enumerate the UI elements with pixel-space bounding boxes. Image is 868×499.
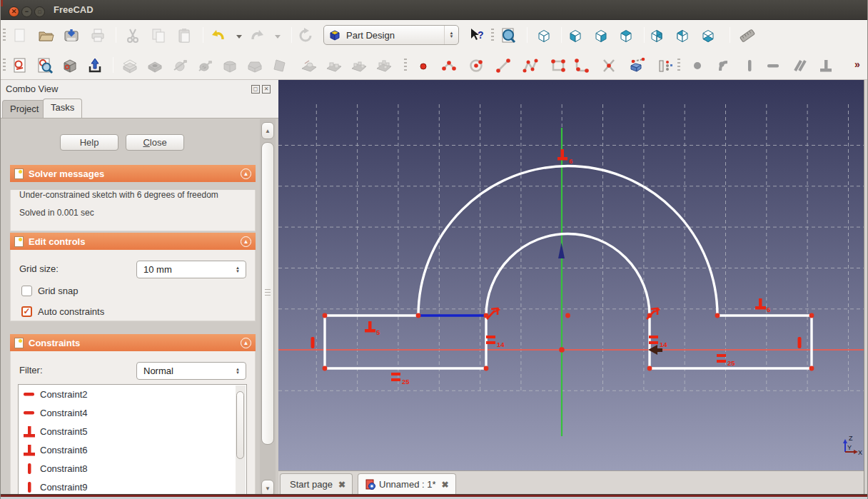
tab-close-icon[interactable]: ✖ <box>338 480 345 490</box>
window-close-button[interactable]: ✕ <box>9 6 19 17</box>
redo-dropdown-icon[interactable] <box>268 26 288 46</box>
tab-document[interactable]: Unnamed : 1* ✖ <box>358 473 456 495</box>
multitransform-icon[interactable] <box>374 56 394 76</box>
refresh-icon[interactable] <box>296 26 316 46</box>
constraints-header[interactable]: Constraints ▲ <box>10 334 256 351</box>
list-scrollbar[interactable] <box>236 385 246 499</box>
solver-messages-header[interactable]: Solver messages ▲ <box>10 165 256 182</box>
new-sketch-icon[interactable] <box>10 56 30 76</box>
scroll-up-icon[interactable]: ▲ <box>261 122 274 139</box>
edit-sketch-icon[interactable] <box>35 56 55 76</box>
constrain-horizontal-icon[interactable] <box>763 56 783 76</box>
list-item[interactable]: Constraint5 <box>19 422 246 440</box>
measure-icon[interactable] <box>737 26 757 46</box>
view-front-icon[interactable] <box>565 26 585 46</box>
scrollbar-handle[interactable] <box>261 142 274 445</box>
print-icon[interactable] <box>88 26 108 46</box>
panel-scrollbar[interactable]: ▲ ▼ <box>260 119 276 499</box>
filter-spin-arrows[interactable]: ▲▼ <box>230 368 246 375</box>
tab-project[interactable]: Project <box>2 100 46 118</box>
whats-this-icon[interactable]: ? <box>467 26 487 46</box>
draft-icon[interactable] <box>270 56 290 76</box>
view-left-icon[interactable] <box>672 26 692 46</box>
panel-close-icon[interactable]: ✕ <box>262 85 271 94</box>
sketch-rectangle-icon[interactable] <box>548 56 568 76</box>
collapse-icon[interactable]: ▲ <box>241 236 251 247</box>
constrain-parallel-icon[interactable] <box>789 56 809 76</box>
undo-icon[interactable] <box>208 26 228 46</box>
sketch-fillet-icon[interactable] <box>572 56 592 76</box>
toolbar-grip[interactable] <box>3 59 6 71</box>
combo-view-panel: Combo View ◻ ✕ Project Tasks Help Close … <box>0 80 278 499</box>
sketch-line-icon[interactable] <box>493 56 513 76</box>
grid-snap-checkbox[interactable] <box>21 286 32 296</box>
panel-float-icon[interactable]: ◻ <box>251 85 260 94</box>
tab-close-icon[interactable]: ✖ <box>442 480 449 490</box>
pad-icon[interactable] <box>120 56 140 76</box>
help-button[interactable]: Help <box>60 134 118 151</box>
sketch-arc-icon[interactable] <box>439 56 459 76</box>
view-right-icon[interactable] <box>591 26 611 46</box>
zoom-fit-icon[interactable] <box>499 26 519 46</box>
sketch-viewport[interactable]: 6 5 6 14 25 14 25 Z Y X <box>278 80 864 470</box>
collapse-icon[interactable]: ▲ <box>241 338 251 348</box>
chamfer-icon[interactable] <box>245 56 265 76</box>
open-file-icon[interactable] <box>36 26 56 46</box>
fillet-icon[interactable] <box>220 56 240 76</box>
auto-constraints-checkbox[interactable]: ✓ <box>21 306 32 317</box>
grid-size-value: 10 mm <box>143 264 230 275</box>
copy-icon[interactable] <box>148 26 168 46</box>
list-item[interactable]: Constraint2 <box>19 385 246 403</box>
sketch-polyline-icon[interactable] <box>520 56 540 76</box>
sketch-points[interactable] <box>323 313 814 371</box>
constrain-point-on-object-icon[interactable] <box>715 56 735 76</box>
groove-icon[interactable] <box>195 56 215 76</box>
toolbar-grip[interactable] <box>3 29 6 41</box>
tab-start-page[interactable]: Start page ✖ <box>280 473 353 495</box>
tab-tasks[interactable]: Tasks <box>43 99 82 118</box>
window-maximize-button[interactable]: □ <box>34 6 45 17</box>
external-geometry-icon[interactable] <box>627 56 647 76</box>
constrain-coincident-icon[interactable] <box>687 56 707 76</box>
linear-pattern-icon[interactable] <box>324 56 344 76</box>
leave-sketch-icon[interactable] <box>85 56 105 76</box>
edit-controls-header[interactable]: Edit controls ▲ <box>10 233 256 250</box>
redo-icon[interactable] <box>247 26 267 46</box>
view-top-icon[interactable] <box>616 26 636 46</box>
list-item[interactable]: Constraint4 <box>19 403 246 422</box>
save-icon[interactable] <box>61 26 81 46</box>
sketch-geometry[interactable] <box>325 166 812 368</box>
cut-icon[interactable] <box>123 26 143 46</box>
list-item[interactable]: Constraint6 <box>19 440 246 459</box>
constrain-vertical-icon[interactable] <box>740 56 760 76</box>
carbon-copy-icon[interactable] <box>655 56 675 76</box>
filter-label: Filter: <box>19 365 43 375</box>
polar-pattern-icon[interactable] <box>349 56 369 76</box>
window-minimize-button[interactable]: − <box>21 6 32 17</box>
view-bottom-icon[interactable] <box>698 26 718 46</box>
constrain-perpendicular-icon[interactable] <box>816 56 836 76</box>
collapse-icon[interactable]: ▲ <box>241 168 251 179</box>
workbench-value: Part Design <box>346 30 444 41</box>
grid-size-spin-arrows[interactable]: ▲▼ <box>230 266 246 273</box>
map-sketch-icon[interactable] <box>60 56 80 76</box>
sketch-circle-icon[interactable] <box>466 56 486 76</box>
revolution-icon[interactable] <box>170 56 190 76</box>
workbench-selector[interactable]: Part Design ▲▼ <box>323 25 459 45</box>
view-rear-icon[interactable] <box>647 26 667 46</box>
workbench-spin-arrows[interactable]: ▲▼ <box>444 26 458 44</box>
mirrored-icon[interactable] <box>299 56 319 76</box>
list-item[interactable]: Constraint8 <box>19 459 246 478</box>
new-file-icon[interactable] <box>10 26 30 46</box>
close-button[interactable]: Close <box>126 134 184 151</box>
grid-snap-label: Grid snap <box>38 286 78 296</box>
sketch-point-icon[interactable] <box>413 56 433 76</box>
paste-icon[interactable] <box>174 26 194 46</box>
view-axonometric-icon[interactable] <box>534 26 554 46</box>
grid-size-spinbox[interactable]: 10 mm ▲▼ <box>136 261 246 278</box>
filter-spinbox[interactable]: Normal ▲▼ <box>136 362 246 380</box>
sketch-trim-icon[interactable] <box>599 56 619 76</box>
window-left-border <box>0 0 1 499</box>
toolbar-overflow-chevron[interactable]: » <box>854 59 860 70</box>
pocket-icon[interactable] <box>145 56 165 76</box>
